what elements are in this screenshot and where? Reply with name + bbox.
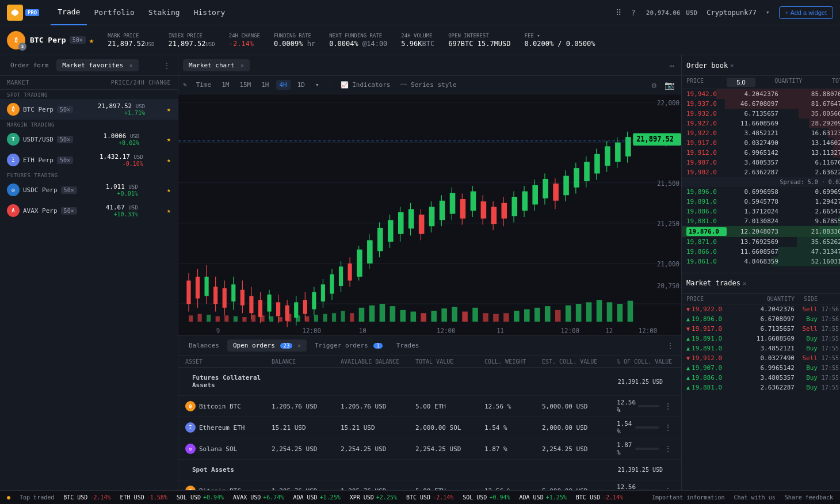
ticker-symbol[interactable]: ₿ S BTC Perp 50× ★ [7,31,94,49]
svg-rect-41 [312,292,316,310]
order-book-tab[interactable]: Order book [686,62,728,70]
ob-ask-row[interactable]: 19,902.02.63622872.6362287 [682,167,840,177]
market-chart-tab[interactable]: Market chart ✕ [183,59,250,71]
list-item[interactable]: ▲ 19,891.0 3.4852121 Buy 17:55:50 [682,343,840,353]
star-icon[interactable]: ★ [167,105,171,113]
svg-rect-77 [491,207,497,224]
svg-rect-124 [341,311,345,322]
tab-balances[interactable]: Balances [183,339,225,352]
market-row-usdt[interactable]: ₮ USDT/USD 50× 1.0006 USD +0.02% ★ [0,129,178,150]
time-btn-4h[interactable]: 4H [276,80,291,90]
list-item[interactable]: ▲ 19,891.0 11.6608569 Buy 17:55:51 [682,334,840,343]
ob-bid-row[interactable]: 19,871.013.769256935.6526226 [682,237,840,247]
list-item[interactable]: ▲ 19,881.0 2.6362287 Buy 17:55:38 [682,383,840,392]
ob-bid-row[interactable]: 19,896.00.69969580.6996958 [682,187,840,197]
chart-right-options[interactable]: ⚙ [650,81,659,90]
chart-screenshot-icon[interactable]: 📷 [662,81,677,90]
chart-tools-icon[interactable]: ✎ [183,81,187,89]
main-layout: Order form Market favorites ✕ ⋮ MARKET P… [0,55,840,490]
order-book-options[interactable]: ⋮ [837,61,840,70]
ob-ask-row[interactable]: 19,942.04.204237685.8807095 [682,89,840,99]
ob-ask-row[interactable]: 19,907.03.48053576.1167644 [682,158,840,167]
ob-ask-row[interactable]: 19,932.06.713565735.0056621 [682,109,840,119]
balances-table-header: ASSET BALANCE AVAILABLE BALANCE TOTAL VA… [178,356,681,368]
feedback-link[interactable]: Share feedback [785,494,833,501]
list-item[interactable]: ▲ 19,907.0 6.9965142 Buy 17:55:42 [682,363,840,373]
add-widget-button[interactable]: + Add a widget [779,6,833,19]
ob-bid-row[interactable]: 19,891.00.59457781.2942736 [682,197,840,207]
grid-icon[interactable]: ⠿ [616,8,621,17]
nav-staking[interactable]: Staking [142,0,187,25]
svg-rect-37 [294,302,298,318]
row-options-icon[interactable]: ⋮ [662,486,674,490]
ob-price-input[interactable] [727,78,755,87]
tab-trades[interactable]: Trades [391,339,425,352]
table-row[interactable]: ◎ Solana SOL 2,254.25 USD 2,254.25 USD 2… [178,438,681,460]
star-icon[interactable]: ★ [167,186,171,194]
series-style-btn[interactable]: 〰 Series style [397,80,460,90]
row-options-icon[interactable]: ⋮ [662,423,674,432]
close-icon[interactable]: ✕ [730,62,734,68]
star-icon[interactable]: ★ [167,135,171,143]
logo[interactable]: PRO [7,5,39,21]
ob-ask-row[interactable]: 19,917.00.032749013.1460275 [682,138,840,148]
fee-stat[interactable]: FEE ▾ 0.0200% / 0.0500% [525,33,595,48]
panel-options-icon[interactable]: ⋮ [161,61,173,70]
chevron-down-icon[interactable]: ▾ [766,9,770,16]
table-row[interactable]: Ξ Ethereum ETH 15.21 USD 15.21 USD 2,000… [178,417,681,438]
svg-rect-123 [332,313,336,322]
star-icon[interactable]: ★ [167,156,171,164]
market-trades-body: ▼ 19,922.0 4.2042376 Sell 17:56:08 ▲ 19,… [682,304,840,491]
nav-portfolio[interactable]: Portfolio [87,0,141,25]
close-icon[interactable]: ✕ [129,62,133,68]
indicators-btn[interactable]: 📈 Indicators [337,80,394,90]
table-row[interactable]: ₿ Bitcoin BTC 1,205.76 USD 1,205.76 USD … [178,396,681,417]
list-item[interactable]: ▼ 19,912.0 0.0327490 Sell 17:55:46 [682,353,840,363]
time-btn-15m[interactable]: 15M [236,80,254,90]
market-row-eth[interactable]: Ξ ETH Perp 50× 1,432.17 USD -0.10% ★ [0,150,178,170]
tab-trigger-orders[interactable]: Trigger orders 1 [309,339,388,352]
ob-ask-row[interactable]: 19,927.011.660856928.2920965 [682,119,840,128]
tab-market-favorites[interactable]: Market favorites ✕ [56,59,139,71]
tab-order-form[interactable]: Order form [5,59,54,71]
svg-rect-107 [189,315,193,322]
list-item[interactable]: ▼ 19,922.0 4.2042376 Sell 17:56:08 [682,304,840,314]
market-row-avax[interactable]: A AVAX Perp 50× 41.67 USD +10.33% ★ [0,200,178,221]
time-btn-1h[interactable]: 1H [258,80,272,90]
row-options-icon[interactable]: ⋮ [662,402,674,411]
time-btn-1d[interactable]: 1D [294,80,308,90]
close-icon[interactable]: ✕ [297,342,301,349]
time-dropdown-icon[interactable]: ▾ [312,80,323,90]
ob-bid-row[interactable]: 19,861.04.846835952.1603155 [682,257,840,266]
close-icon[interactable]: ✕ [743,280,746,287]
bottom-panel-options[interactable]: ⋮ [664,341,677,350]
ob-ask-row[interactable]: 19,937.046.670809781.6764718 [682,99,840,109]
nav-trade[interactable]: Trade [51,0,87,25]
time-btn-label[interactable]: Time [193,80,215,90]
help-icon[interactable]: ? [631,8,635,17]
list-item[interactable]: ▲ 19,886.0 3.4805357 Buy 17:55:40 [682,373,840,383]
ob-ask-row[interactable]: 19,922.03.485212116.6312395 [682,128,840,138]
nav-history[interactable]: History [187,0,232,25]
ob-bid-row[interactable]: 19,866.011.660856747.3134796 [682,247,840,257]
row-options-icon[interactable]: ⋮ [662,444,674,453]
list-item[interactable]: ▲ 19,896.0 6.6708097 Buy 17:56:06 [682,314,840,324]
list-item[interactable]: ▼ 19,917.0 6.7135657 Sell 17:55:58 [682,324,840,334]
star-icon[interactable]: ★ [167,207,171,215]
favorite-star-icon[interactable]: ★ [89,36,94,45]
market-row-btc[interactable]: ₿ BTC Perp 50× 21,897.52 USD +1.71% ★ [0,99,178,120]
tab-open-orders[interactable]: Open orders 23 ✕ [227,339,307,352]
ob-bid-row-highlight[interactable]: 19,876.012.204807321.8833657 [682,226,840,237]
market-trades-options[interactable]: ⋮ [837,278,840,288]
ob-ask-row[interactable]: 19,912.06.996514213.1132786 [682,148,840,158]
chart-options-icon[interactable]: ⋯ [667,61,677,70]
table-row[interactable]: ₿ Bitcoin BTC 1,205.76 USD 1,205.76 USD … [178,480,681,490]
market-trades-tab[interactable]: Market trades [686,279,740,287]
ob-bid-row[interactable]: 19,881.07.01308249.6785584 [682,216,840,226]
market-row-usdc[interactable]: ◎ USDC Perp 50× 1.011 USD +0.01% ★ [0,180,178,200]
time-btn-1m[interactable]: 1M [218,80,232,90]
important-info-link[interactable]: Important information [652,494,724,501]
close-icon[interactable]: ✕ [240,62,244,68]
ob-bid-row[interactable]: 19,886.01.37120242.6654761 [682,207,840,216]
chat-link[interactable]: Chat with us [734,494,775,501]
